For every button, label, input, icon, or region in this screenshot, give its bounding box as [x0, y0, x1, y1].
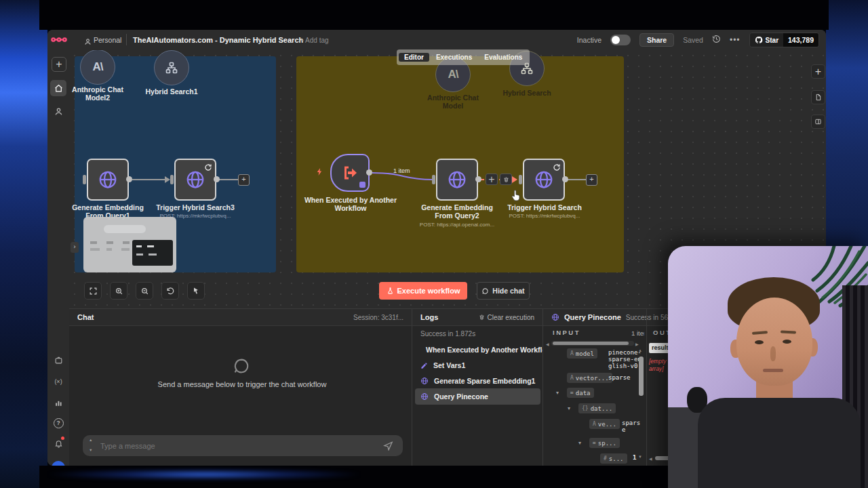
- mouse-cursor: [510, 189, 521, 205]
- refresh-icon[interactable]: [553, 162, 561, 171]
- json-key-pill[interactable]: {}dat...: [578, 403, 616, 413]
- project-name[interactable]: Personal: [94, 36, 121, 44]
- sidebar-item-help[interactable]: ?: [53, 418, 64, 428]
- expand-chevron-button[interactable]: ›: [71, 242, 79, 253]
- chat-message-input[interactable]: [99, 438, 366, 454]
- add-tag-button[interactable]: + Add tag: [300, 37, 329, 44]
- share-button[interactable]: Share: [639, 33, 674, 47]
- zoom-out-button[interactable]: [136, 282, 153, 300]
- tidy-up-button[interactable]: [187, 282, 205, 300]
- node-trigger-hybrid-search3[interactable]: [174, 159, 216, 201]
- collapse-chevron-icon[interactable]: ▾: [556, 390, 559, 396]
- workflow-title[interactable]: TheAIAutomators.com - Dynamic Hybrid Sea…: [133, 36, 303, 44]
- tab-executions[interactable]: Executions: [431, 53, 477, 62]
- sidebar-item-home[interactable]: [50, 80, 66, 96]
- details-node-name: Query Pinecone: [564, 313, 621, 321]
- output-dot[interactable]: [126, 176, 132, 182]
- history-icon[interactable]: [712, 34, 721, 46]
- sidebar-item-notifications[interactable]: [53, 438, 64, 449]
- input-hscrollbar[interactable]: [551, 341, 634, 346]
- delete-connection-button[interactable]: [500, 174, 512, 185]
- person-mouth: [763, 369, 783, 372]
- json-key-pill[interactable]: Avector...: [567, 373, 612, 383]
- log-item[interactable]: When Executed by Another Workflow: [412, 342, 542, 357]
- resize-up-icon[interactable]: ▲: [89, 439, 92, 442]
- zoom-in-button[interactable]: [110, 282, 127, 300]
- person-torso: [698, 398, 861, 488]
- help-icon: ?: [54, 418, 64, 428]
- node-anthropic-chat-model2[interactable]: A\: [80, 50, 115, 85]
- sidebar-item-insights[interactable]: [53, 397, 64, 408]
- sidebar-item-variables[interactable]: (×): [53, 376, 64, 387]
- output-dot[interactable]: [562, 176, 568, 182]
- hscroll-left-arrow[interactable]: ◀: [546, 342, 549, 346]
- json-value: sparse: [622, 420, 642, 433]
- refresh-icon[interactable]: [204, 162, 213, 171]
- clear-execution-button[interactable]: Clear execution: [479, 314, 534, 321]
- sidebar-item-templates[interactable]: [53, 354, 64, 365]
- sitemap-icon: [165, 61, 178, 75]
- add-workflow-button[interactable]: +: [52, 57, 66, 72]
- collapse-chevron-icon[interactable]: ▾: [578, 440, 581, 446]
- github-star-widget[interactable]: Star 143,789: [749, 33, 819, 47]
- json-key-pill[interactable]: Amodel: [567, 348, 597, 359]
- log-item-selected[interactable]: Query Pinecone: [412, 389, 542, 404]
- sidebar-item-personal[interactable]: [53, 106, 64, 117]
- add-node-on-connection-button[interactable]: +: [486, 174, 498, 185]
- canvas-add-node-button[interactable]: +: [811, 64, 825, 79]
- output-dot[interactable]: [366, 169, 372, 176]
- json-key-pill[interactable]: Ave...: [589, 419, 620, 429]
- add-node-button[interactable]: +: [586, 174, 597, 186]
- json-key: dat...: [591, 405, 613, 412]
- tab-editor[interactable]: Editor: [399, 53, 429, 62]
- trash-icon: [503, 176, 509, 183]
- resize-down-icon[interactable]: ▼: [89, 449, 92, 452]
- active-toggle[interactable]: [610, 35, 631, 45]
- node-subtitle: POST: https://api.openai.com...: [412, 222, 502, 228]
- execute-workflow-label: Execute workflow: [397, 287, 460, 295]
- vscroll-down-arrow[interactable]: ▼: [638, 455, 642, 459]
- input-handle[interactable]: [170, 175, 174, 184]
- input-vscroll-thumb[interactable]: [639, 357, 644, 396]
- send-message-icon[interactable]: [383, 441, 393, 453]
- execute-workflow-button[interactable]: Execute workflow: [379, 282, 467, 300]
- list-type-icon: ≡: [593, 440, 596, 446]
- node-label: Generate Embedding From Query2: [417, 203, 497, 220]
- more-options-icon[interactable]: •••: [730, 35, 741, 45]
- input-handle[interactable]: [432, 175, 435, 184]
- chat-input-container: ▲ ▼: [83, 435, 403, 456]
- canvas-panel-toggle-button[interactable]: [811, 115, 825, 129]
- chat-empty-message: Send a message below to trigger the chat…: [157, 380, 327, 390]
- input-handle[interactable]: [83, 175, 86, 184]
- node-generate-embedding-from-query1[interactable]: [87, 159, 129, 201]
- log-item[interactable]: Set Vars1: [412, 358, 542, 373]
- add-node-button[interactable]: +: [238, 174, 250, 186]
- undo-button[interactable]: [161, 282, 179, 300]
- input-handle[interactable]: [519, 175, 522, 184]
- hide-chat-button[interactable]: Hide chat: [477, 282, 530, 300]
- json-key-pill[interactable]: ≡data: [567, 388, 594, 398]
- node-generate-embedding-from-query2[interactable]: [436, 159, 478, 201]
- json-key-pill[interactable]: ≡sp...: [589, 438, 620, 448]
- canvas-sticky-note-button[interactable]: [811, 90, 825, 104]
- user-avatar[interactable]: DW: [52, 461, 65, 466]
- vscroll-up-arrow[interactable]: ▲: [638, 348, 642, 352]
- collapse-chevron-icon[interactable]: ▾: [568, 405, 570, 411]
- node-when-executed-by-another-workflow[interactable]: [330, 154, 370, 192]
- output-hscroll-left-arrow[interactable]: ◀: [649, 456, 652, 461]
- tab-evaluations[interactable]: Evaluations: [479, 53, 528, 62]
- anthropic-icon: A\: [93, 60, 103, 74]
- node-trigger-hybrid-search[interactable]: [523, 159, 565, 201]
- json-key-pill[interactable]: #s...: [600, 453, 627, 464]
- logs-panel-header: Logs Clear execution: [412, 309, 542, 326]
- pointer-icon: [192, 287, 200, 295]
- fit-view-button[interactable]: [84, 282, 102, 300]
- hscroll-right-arrow[interactable]: ▶: [635, 342, 639, 346]
- exit-arrow-icon: [341, 165, 359, 181]
- output-dot[interactable]: [214, 176, 220, 182]
- output-dot[interactable]: [475, 176, 481, 182]
- hscroll-thumb[interactable]: [553, 342, 629, 345]
- globe-icon: [98, 169, 118, 190]
- node-hybrid-search1[interactable]: [154, 50, 189, 85]
- log-item[interactable]: Generate Sparse Embedding1: [412, 373, 542, 388]
